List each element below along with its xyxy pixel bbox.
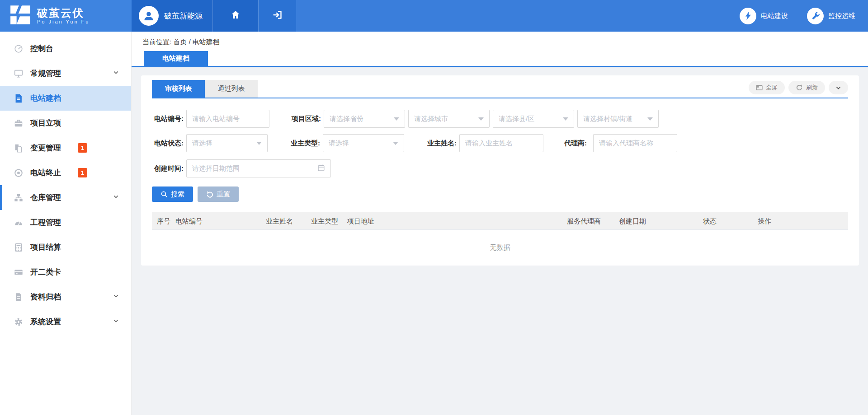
filter-row-2: 电站状态: 请选择 业主类型: 请选择: [152, 134, 848, 152]
chevron-down-icon: [113, 293, 119, 301]
brand-subtitle: Po Jian Yun Fu: [37, 19, 90, 24]
create-time-label: 创建时间:: [152, 164, 184, 173]
gauge-icon: [14, 218, 24, 228]
region-label: 项目区域:: [289, 115, 321, 123]
header-spacer: [296, 0, 740, 32]
header-right-nav: 电站建设 监控运维: [740, 0, 868, 32]
badge-count: 1: [78, 168, 87, 177]
tab-approved-list[interactable]: 通过列表: [205, 80, 258, 98]
panel-toolbar: 全屏 刷新: [749, 81, 848, 94]
sidebar-item-project-settlement[interactable]: 项目结算: [0, 235, 131, 260]
agent-label: 代理商:: [561, 139, 587, 148]
chevron-down-icon: [113, 69, 119, 78]
sidebar-item-station-filing[interactable]: 电站建档: [0, 86, 131, 111]
sidebar-item-warehouse-management[interactable]: 仓库管理: [0, 185, 131, 210]
caret-down-icon: [647, 117, 653, 121]
chevron-down-icon: [113, 193, 119, 202]
calculator-icon: [14, 242, 24, 252]
caret-down-icon: [563, 117, 568, 121]
file-archive-icon: [14, 292, 24, 302]
col-project-address: 项目地址: [347, 212, 374, 230]
brand-title: 破茧云伏: [37, 7, 90, 19]
owner-type-select[interactable]: 请选择: [323, 134, 404, 152]
lightning-icon: [740, 8, 756, 24]
station-no-label: 电站编号:: [152, 115, 184, 123]
col-service-agent: 服务代理商: [567, 212, 601, 230]
refresh-icon: [796, 84, 803, 91]
dashboard-icon: [14, 44, 24, 54]
table-empty-state: 无数据: [152, 230, 848, 266]
search-button[interactable]: 搜索: [152, 187, 193, 202]
station-status-select[interactable]: 请选择: [186, 134, 268, 152]
caret-down-icon: [394, 117, 399, 121]
record-circle-icon: [14, 168, 24, 178]
filter-row-1: 电站编号: 请输入电站编号 项目区域: 请选择省份: [152, 110, 848, 128]
refresh-button[interactable]: 刷新: [788, 81, 825, 94]
sitemap-icon: [14, 193, 24, 203]
sidebar-item-change-management[interactable]: 变更管理 1: [0, 135, 131, 160]
owner-name-label: 业主姓名:: [425, 139, 457, 148]
sidebar-item-engineering-management[interactable]: 工程管理: [0, 210, 131, 235]
city-select[interactable]: 请选择城市: [408, 110, 490, 128]
breadcrumb: 当前位置: 首页 / 电站建档: [142, 38, 857, 47]
tab-review-list[interactable]: 审核列表: [152, 80, 205, 98]
monitor-icon: [14, 69, 24, 79]
col-owner-type: 业主类型: [311, 212, 338, 230]
table-header: 序号 电站编号 业主姓名 业主类型 项目地址 服务代理商 创建日期 状态 操作: [152, 212, 848, 230]
content-area: 审核列表 通过列表 全屏: [132, 67, 868, 415]
user-name: 破茧新能源: [164, 11, 203, 21]
county-select[interactable]: 请选择县/区: [493, 110, 574, 128]
main-area: 当前位置: 首页 / 电站建档 电站建档 审核列表 通过列表: [132, 32, 868, 415]
caret-down-icon: [393, 142, 398, 145]
reset-icon: [206, 191, 213, 198]
nav-station-construction[interactable]: 电站建设: [740, 8, 788, 24]
search-icon: [160, 191, 168, 198]
owner-type-label: 业主类型:: [288, 139, 320, 148]
agent-input[interactable]: 请输入代理商名称: [593, 134, 677, 152]
top-header: 破茧云伏 Po Jian Yun Fu 破茧新能源: [0, 0, 868, 32]
caret-down-icon: [478, 117, 484, 121]
calendar-icon: [317, 164, 325, 173]
brand-logo: 破茧云伏 Po Jian Yun Fu: [0, 0, 132, 32]
badge-count: 1: [78, 143, 87, 153]
province-select[interactable]: 请选择省份: [324, 110, 405, 128]
user-account[interactable]: 破茧新能源: [132, 0, 212, 32]
filter-actions: 搜索 重置: [152, 187, 848, 202]
breadcrumb-label: 当前位置:: [142, 38, 171, 46]
sidebar-item-station-termination[interactable]: 电站终止 1: [0, 160, 131, 185]
breadcrumb-home-link[interactable]: 首页: [173, 38, 187, 46]
document-icon: [14, 93, 24, 103]
filter-row-3: 创建时间: 请选择日期范围: [152, 159, 848, 177]
sidebar-item-type2-card[interactable]: 开二类卡: [0, 260, 131, 284]
home-icon: [230, 9, 241, 22]
col-seq: 序号: [157, 212, 170, 230]
fullscreen-button[interactable]: 全屏: [749, 81, 785, 94]
briefcase-icon: [14, 118, 24, 128]
nav-monitoring-ops[interactable]: 监控运维: [807, 8, 855, 24]
chevron-down-icon: [113, 317, 119, 326]
col-owner-name: 业主姓名: [266, 212, 293, 230]
col-actions: 操作: [758, 212, 771, 230]
owner-name-input[interactable]: 请输入业主姓名: [459, 134, 543, 152]
wrench-icon: [807, 8, 824, 24]
enter-arrow-icon: [272, 9, 283, 22]
sidebar-item-system-settings[interactable]: 系统设置: [0, 309, 131, 334]
sidebar-item-general-management[interactable]: 常规管理: [0, 61, 131, 86]
station-no-input[interactable]: 请输入电站编号: [186, 110, 269, 128]
village-select[interactable]: 请选择村镇/街道: [577, 110, 659, 128]
page-tab-station-filing[interactable]: 电站建档: [144, 51, 208, 66]
login-exit-button[interactable]: [258, 0, 296, 32]
collapse-button[interactable]: [829, 81, 848, 94]
date-range-input[interactable]: 请选择日期范围: [186, 159, 331, 177]
sidebar-item-data-archive[interactable]: 资料归档: [0, 284, 131, 309]
user-avatar-icon: [139, 6, 159, 26]
sidebar-item-console[interactable]: 控制台: [0, 36, 131, 61]
station-status-label: 电站状态:: [152, 139, 184, 148]
sidebar-item-project-initiation[interactable]: 项目立项: [0, 111, 131, 135]
col-status: 状态: [703, 212, 717, 230]
fullscreen-icon: [756, 84, 763, 91]
chevron-down-icon: [835, 84, 842, 91]
reset-button[interactable]: 重置: [198, 187, 239, 202]
brand-logo-icon: [9, 5, 32, 27]
home-button[interactable]: [212, 0, 258, 32]
